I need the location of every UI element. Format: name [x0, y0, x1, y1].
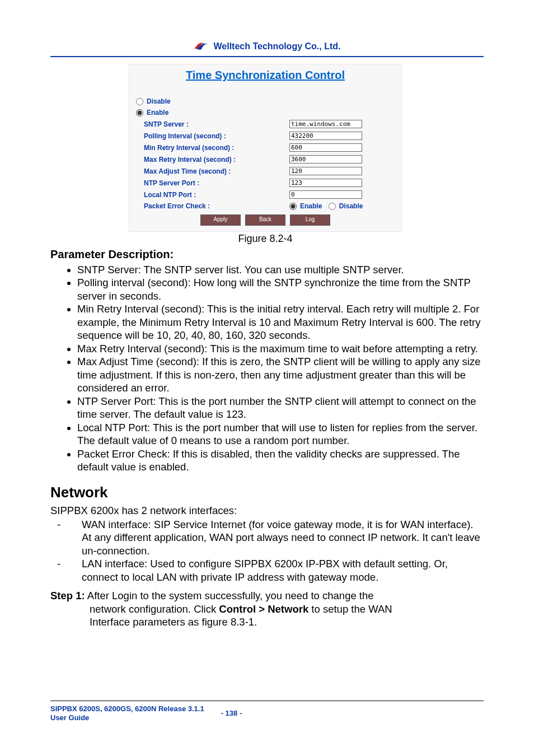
bullet-item: Max Adjust Time (second): If this is zer… [77, 355, 484, 394]
welltech-logo-icon [194, 39, 210, 52]
min-retry-input[interactable] [289, 143, 362, 152]
network-intro: SIPPBX 6200x has 2 network interfaces: [50, 505, 484, 517]
footer-doc-name: SIPPBX 6200S, 6200GS, 6200N Release 3.1.… [50, 704, 204, 713]
bullet-item: Max Retry Interval (second): This is the… [77, 342, 484, 355]
parameter-description-heading: Parameter Description: [50, 248, 484, 261]
disable-label: Disable [147, 97, 171, 105]
pec-enable-label: Enable [300, 202, 322, 210]
max-adjust-input[interactable] [289, 167, 362, 175]
enable-label: Enable [147, 109, 168, 116]
pec-enable-radio[interactable] [289, 203, 297, 210]
bullet-item: Min Retry Interval (second): This is the… [77, 302, 484, 342]
pec-disable-label: Disable [339, 202, 363, 210]
parameter-bullet-list: SNTP Server: The SNTP server list. You c… [50, 263, 484, 474]
max-adjust-label: Max Adjust Time (second) : [136, 167, 289, 175]
step-1-text-b: network configuration. Click [90, 603, 219, 615]
footer-guide: User Guide [50, 713, 89, 722]
local-ntp-port-label: Local NTP Port : [136, 191, 289, 199]
network-heading: Network [50, 484, 484, 501]
max-retry-label: Max Retry Interval (second) : [136, 156, 289, 164]
polling-interval-label: Polling Interval (second) : [136, 132, 289, 140]
step-1-text-a: After Login to the system successfully, … [85, 590, 374, 601]
disable-radio[interactable] [136, 98, 143, 105]
step-1-block: Step 1: After Login to the system succes… [50, 589, 484, 628]
bullet-item: NTP Server Port: This is the port number… [77, 395, 484, 421]
max-retry-input[interactable] [289, 155, 362, 164]
ntp-server-port-label: NTP Server Port : [136, 179, 289, 187]
min-retry-label: Min Retry Interval (second) : [136, 144, 289, 152]
figure-title: Time Synchronization Control [129, 64, 402, 91]
footer-page-number: - 138 - [221, 704, 242, 717]
list-item: LAN interface: Used to configure SIPPBX … [69, 557, 484, 584]
polling-interval-input[interactable] [289, 132, 362, 140]
ntp-server-port-input[interactable] [289, 179, 362, 187]
bullet-item: SNTP Server: The SNTP server list. You c… [77, 263, 484, 276]
figure-caption: Figure 8.2-4 [129, 233, 402, 245]
packet-error-check-label: Packet Error Check : [136, 202, 289, 210]
back-button[interactable]: Back [245, 214, 285, 226]
company-name: Welltech Technology Co., Ltd. [214, 41, 341, 52]
log-button[interactable]: Log [290, 214, 330, 226]
step-1-label: Step 1: [50, 590, 85, 601]
step-1-bold-navpath: Control > Network [219, 603, 308, 615]
page-header: Welltech Technology Co., Ltd. [50, 39, 484, 57]
sntp-server-input[interactable] [289, 120, 362, 128]
bullet-item: Local NTP Port: This is the port number … [77, 421, 484, 447]
pec-disable-radio[interactable] [329, 203, 336, 210]
apply-button[interactable]: Apply [200, 214, 241, 226]
sntp-server-label: SNTP Server : [136, 120, 289, 128]
figure-time-sync: Time Synchronization Control Disable Ena… [129, 64, 402, 245]
bullet-item: Polling interval (second): How long will… [77, 276, 484, 302]
network-interface-list: WAN interface: SIP Service Internet (for… [50, 518, 484, 584]
step-1-text-c: to setup the WAN [308, 603, 392, 615]
bullet-item: Packet Error Check: If this is disabled,… [77, 447, 484, 474]
page-footer: SIPPBX 6200S, 6200GS, 6200N Release 3.1.… [50, 701, 484, 723]
step-1-text-d: Interface parameters as figure 8.3-1. [90, 615, 484, 628]
local-ntp-port-input[interactable] [289, 190, 362, 199]
list-item: WAN interface: SIP Service Internet (for… [69, 518, 484, 557]
enable-radio[interactable] [136, 109, 143, 116]
